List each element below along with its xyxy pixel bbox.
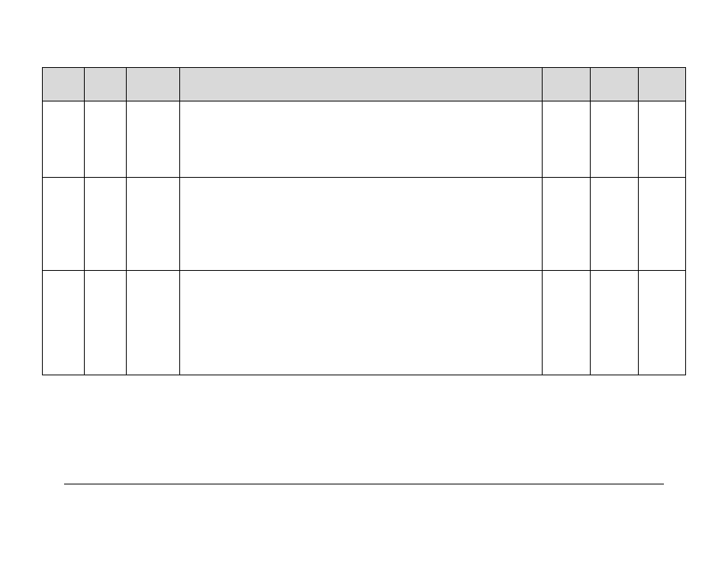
cell: [85, 271, 127, 375]
table-row: [43, 101, 686, 178]
cell: [639, 178, 686, 271]
table-row: [43, 271, 686, 375]
page: [0, 0, 728, 563]
cell: [180, 178, 543, 271]
cell: [43, 271, 85, 375]
table-header: [43, 68, 686, 101]
header-cell-6: [591, 68, 639, 101]
cell: [43, 178, 85, 271]
table-container: [42, 67, 685, 375]
cell: [127, 178, 180, 271]
cell: [591, 178, 639, 271]
cell: [43, 101, 85, 178]
header-cell-7: [639, 68, 686, 101]
header-cell-2: [85, 68, 127, 101]
table-body: [43, 101, 686, 375]
cell: [127, 271, 180, 375]
footer-rule: [64, 484, 664, 484]
header-row: [43, 68, 686, 101]
cell: [543, 178, 591, 271]
cell: [85, 178, 127, 271]
cell: [591, 271, 639, 375]
header-cell-4: [180, 68, 543, 101]
cell: [180, 271, 543, 375]
cell: [639, 271, 686, 375]
cell: [543, 271, 591, 375]
table-row: [43, 178, 686, 271]
cell: [591, 101, 639, 178]
cell: [543, 101, 591, 178]
cell: [85, 101, 127, 178]
data-table: [42, 67, 686, 375]
header-cell-3: [127, 68, 180, 101]
header-cell-5: [543, 68, 591, 101]
header-cell-1: [43, 68, 85, 101]
cell: [180, 101, 543, 178]
cell: [127, 101, 180, 178]
cell: [639, 101, 686, 178]
